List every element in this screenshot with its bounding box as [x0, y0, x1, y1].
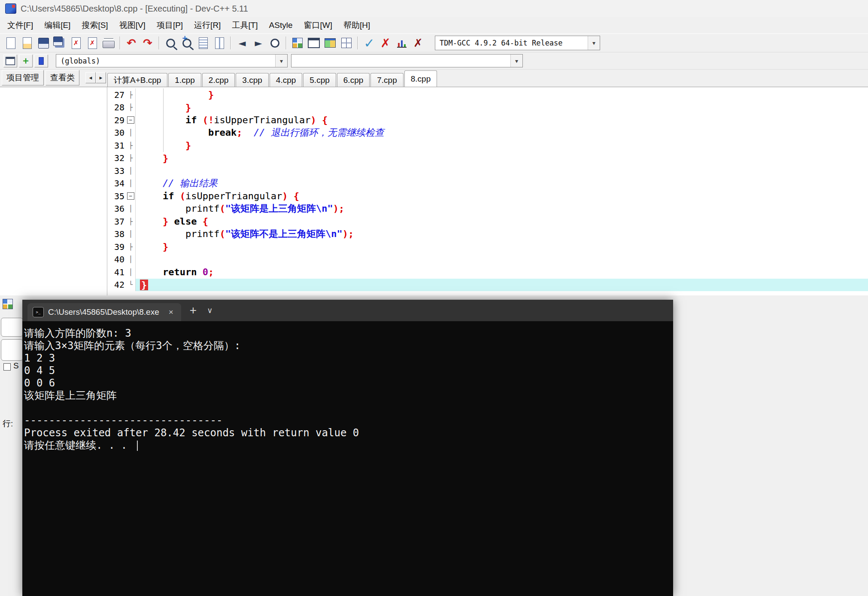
file-tab-1.cpp[interactable]: 1.cpp	[168, 73, 201, 87]
chevron-down-icon[interactable]: ▾	[510, 55, 522, 67]
new-tab-button[interactable]: +	[190, 304, 197, 317]
file-tab-2.cpp[interactable]: 2.cpp	[202, 73, 235, 87]
code-text[interactable]: } else {	[136, 216, 208, 227]
print-button[interactable]	[101, 35, 116, 51]
code-text[interactable]: }	[136, 89, 214, 100]
magnifier-icon	[166, 39, 175, 48]
tab-menu-chevron-icon[interactable]: ∨	[207, 306, 212, 315]
code-line-32: 32├ }	[107, 152, 868, 165]
fold-marker: ├	[126, 152, 136, 165]
shortcuts-button[interactable]	[339, 35, 354, 51]
menu-item-9[interactable]: 窗口[W]	[298, 18, 338, 33]
specials-bookmark-button[interactable]	[34, 55, 48, 67]
left-edge-panel: S 行:	[0, 295, 22, 596]
members-select[interactable]: ▾	[291, 54, 523, 67]
menu-item-6[interactable]: 运行[R]	[188, 18, 226, 33]
menu-item-2[interactable]: 编辑[E]	[39, 18, 76, 33]
close-file-button[interactable]: ✗	[68, 35, 84, 51]
code-text[interactable]: printf("该矩阵是上三角矩阵\n");	[136, 202, 344, 215]
fold-marker[interactable]: −	[126, 114, 136, 127]
run-button[interactable]: ✗	[378, 35, 393, 51]
toolbar-separator	[158, 36, 160, 49]
file-tab-5.cpp[interactable]: 5.cpp	[303, 73, 336, 87]
menu-item-4[interactable]: 视图[V]	[114, 18, 151, 33]
fold-marker[interactable]: −	[126, 190, 136, 203]
partial-button-1[interactable]	[1, 318, 23, 337]
menu-item-10[interactable]: 帮助[H]	[338, 18, 376, 33]
code-text[interactable]: }	[136, 153, 168, 164]
specials-add-button[interactable]: +	[19, 55, 33, 67]
goto-definition-button[interactable]	[267, 35, 282, 51]
goto-line-button[interactable]	[195, 35, 211, 51]
compiler-select[interactable]: TDM-GCC 4.9.2 64-bit Release ▾	[435, 36, 600, 50]
undo-button[interactable]: ↶	[124, 35, 139, 51]
toolbar-separator	[285, 36, 287, 49]
abort-button[interactable]: ✗	[410, 35, 426, 51]
line-number: 27	[107, 90, 126, 100]
file-tab-计算A+B.cpp[interactable]: 计算A+B.cpp	[107, 73, 167, 87]
code-line-31: 31├ }	[107, 139, 868, 152]
project-panel[interactable]	[0, 87, 107, 295]
chevron-down-icon[interactable]: ▾	[588, 36, 600, 50]
left-tab-2[interactable]: 查看类	[46, 70, 79, 85]
terminal-tab[interactable]: >_ C:\Users\45865\Desktop\8.exe ×	[27, 303, 181, 321]
chart-bars-icon	[397, 38, 407, 48]
float-report-button[interactable]	[306, 35, 322, 51]
code-text[interactable]: return 0;	[136, 267, 214, 277]
open-file-button[interactable]	[19, 35, 35, 51]
code-text[interactable]: if (!isUpperTriangular) {	[136, 115, 328, 125]
terminal-output[interactable]: 请输入方阵的阶数n: 3请输入3×3矩阵的元素（每行3个，空格分隔）:1 2 3…	[22, 321, 673, 596]
globals-select[interactable]: (globals) ▾	[56, 54, 288, 67]
menu-item-8[interactable]: AStyle	[264, 19, 298, 32]
forward-button[interactable]: ►	[251, 35, 266, 51]
line-number: 29	[107, 115, 126, 125]
code-text[interactable]: break; // 退出行循环，无需继续检查	[136, 126, 384, 139]
new-file-button[interactable]	[3, 35, 18, 51]
menu-item-5[interactable]: 项目[P]	[151, 18, 188, 33]
stop-cross-icon: ✗	[413, 36, 423, 49]
file-tab-7.cpp[interactable]: 7.cpp	[370, 73, 403, 87]
menu-item-1[interactable]: 文件[F]	[2, 18, 39, 33]
checkbox[interactable]	[3, 363, 11, 371]
redo-button[interactable]: ↷	[140, 35, 155, 51]
indent-guide	[163, 139, 164, 152]
file-tab-4.cpp[interactable]: 4.cpp	[270, 73, 302, 87]
profile-button[interactable]	[394, 35, 410, 51]
terminal-line: 0 0 6	[24, 377, 673, 389]
toolbar-groups: ✗✗↶↷◄►✓✗✗	[3, 34, 426, 52]
undo-icon: ↶	[127, 36, 136, 49]
report-window-button[interactable]	[322, 35, 338, 51]
code-text[interactable]: printf("该矩阵不是上三角矩阵\n");	[136, 228, 354, 240]
menu-item-3[interactable]: 搜索[S]	[76, 18, 113, 33]
compile-button[interactable]: ✓	[361, 35, 377, 51]
file-tab-3.cpp[interactable]: 3.cpp	[236, 73, 268, 87]
project-window-button[interactable]	[290, 35, 305, 51]
code-text[interactable]: if (isUpperTriangular) {	[136, 191, 299, 201]
page-icon	[6, 37, 15, 49]
chevron-down-icon[interactable]: ▾	[275, 55, 287, 67]
code-editor[interactable]: 27├ }28├ }29− if (!isUpperTriangular) {3…	[107, 87, 868, 295]
save-all-button[interactable]	[52, 35, 67, 51]
fold-marker: ├	[126, 101, 136, 114]
replace-button[interactable]	[179, 35, 194, 51]
code-text[interactable]: }	[136, 241, 168, 252]
close-all-button[interactable]: ✗	[85, 35, 100, 51]
file-tab-8.cpp[interactable]: 8.cpp	[404, 70, 437, 87]
partial-button-2[interactable]	[1, 339, 23, 361]
specials-window-button[interactable]	[3, 55, 17, 67]
left-tab-1[interactable]: 项目管理	[2, 70, 44, 85]
code-text[interactable]: // 输出结果	[136, 177, 218, 190]
save-button[interactable]	[36, 35, 51, 51]
back-button[interactable]: ◄	[234, 35, 250, 51]
menu-item-7[interactable]: 工具[T]	[226, 18, 263, 33]
swap-header-source-button[interactable]	[212, 35, 227, 51]
code-text[interactable]: }	[136, 280, 148, 290]
scroll-left-button[interactable]: ◄	[85, 72, 96, 83]
scroll-right-button[interactable]: ►	[96, 72, 106, 83]
code-line-38: 38│ printf("该矩阵不是上三角矩阵\n");	[107, 228, 868, 241]
find-button[interactable]	[163, 35, 178, 51]
page-columns-icon	[215, 37, 224, 49]
fold-marker: ├	[126, 139, 136, 152]
file-tab-6.cpp[interactable]: 6.cpp	[337, 73, 370, 87]
close-tab-icon[interactable]: ×	[166, 307, 176, 317]
